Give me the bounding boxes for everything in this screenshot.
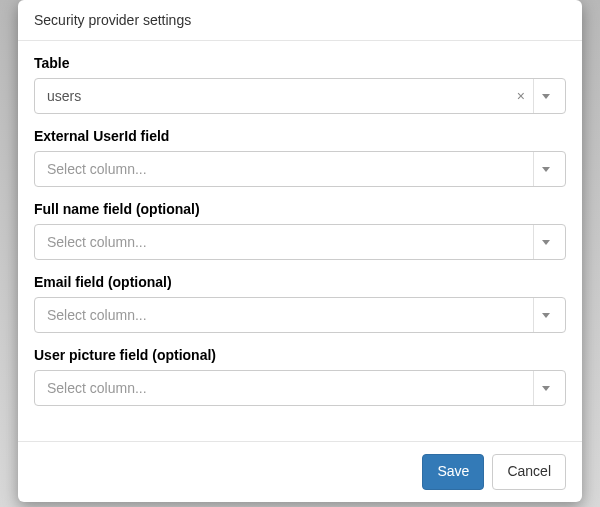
save-button[interactable]: Save xyxy=(422,454,484,490)
modal-body: Table users × External UserId field Sele… xyxy=(18,41,582,441)
table-select[interactable]: users × xyxy=(34,78,566,114)
picture-placeholder: Select column... xyxy=(47,380,147,396)
dropdown-arrow-icon[interactable] xyxy=(533,371,557,405)
table-value: users xyxy=(47,88,81,104)
email-label: Email field (optional) xyxy=(34,274,566,290)
email-placeholder: Select column... xyxy=(47,307,147,323)
external-userid-label: External UserId field xyxy=(34,128,566,144)
external-userid-placeholder: Select column... xyxy=(47,161,147,177)
security-settings-modal: Security provider settings Table users ×… xyxy=(18,0,582,502)
modal-footer: Save Cancel xyxy=(18,441,582,502)
dropdown-arrow-icon[interactable] xyxy=(533,225,557,259)
fullname-label: Full name field (optional) xyxy=(34,201,566,217)
email-select[interactable]: Select column... xyxy=(34,297,566,333)
picture-select[interactable]: Select column... xyxy=(34,370,566,406)
fullname-select[interactable]: Select column... xyxy=(34,224,566,260)
modal-header: Security provider settings xyxy=(18,0,582,41)
field-email: Email field (optional) Select column... xyxy=(34,274,566,333)
clear-icon[interactable]: × xyxy=(513,86,529,106)
dropdown-arrow-icon[interactable] xyxy=(533,79,557,113)
modal-title: Security provider settings xyxy=(34,12,191,28)
field-table: Table users × xyxy=(34,55,566,114)
fullname-placeholder: Select column... xyxy=(47,234,147,250)
dropdown-arrow-icon[interactable] xyxy=(533,298,557,332)
dropdown-arrow-icon[interactable] xyxy=(533,152,557,186)
field-external-userid: External UserId field Select column... xyxy=(34,128,566,187)
cancel-button[interactable]: Cancel xyxy=(492,454,566,490)
picture-label: User picture field (optional) xyxy=(34,347,566,363)
field-picture: User picture field (optional) Select col… xyxy=(34,347,566,406)
field-fullname: Full name field (optional) Select column… xyxy=(34,201,566,260)
table-label: Table xyxy=(34,55,566,71)
external-userid-select[interactable]: Select column... xyxy=(34,151,566,187)
